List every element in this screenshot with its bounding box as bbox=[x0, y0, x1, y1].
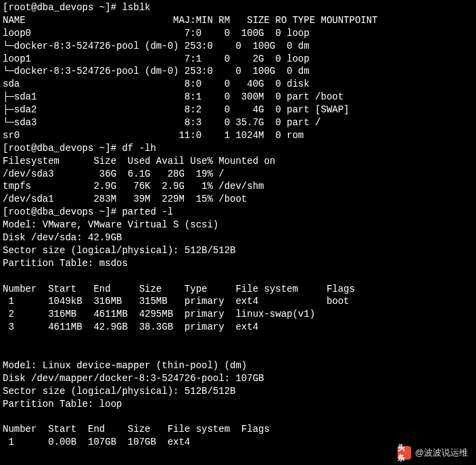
df-header: Filesystem Size Used Avail Use% Mounted … bbox=[3, 156, 275, 167]
prompt: [root@dba_devops ~]# bbox=[3, 206, 122, 217]
toutiao-logo-icon: 头条 bbox=[398, 446, 411, 460]
df-row: /dev/sda1 283M 39M 229M 15% /boot bbox=[3, 194, 247, 204]
prompt: [root@dba_devops ~]# bbox=[3, 143, 122, 154]
parted-row: 1 1049kB 316MB 315MB primary ext4 boot bbox=[3, 296, 349, 307]
parted-disk: Disk /dev/mapper/docker-8:3-524726-pool:… bbox=[3, 373, 264, 384]
prompt: [root@dba_devops ~]# bbox=[3, 2, 122, 13]
parted-ptable: Partition Table: loop bbox=[3, 399, 122, 409]
lsblk-row: └─docker-8:3-524726-pool (dm-0) 253:0 0 … bbox=[3, 66, 310, 76]
df-row: /dev/sda3 36G 6.1G 28G 19% / bbox=[3, 169, 224, 179]
watermark: 头条 @波波说运维 bbox=[398, 446, 468, 460]
lsblk-header: NAME MAJ:MIN RM SIZE RO TYPE MOUNTPOINT bbox=[3, 15, 378, 26]
watermark-label: @波波说运维 bbox=[415, 447, 468, 459]
parted-row: 1 0.00B 107GB 107GB ext4 bbox=[3, 437, 190, 447]
command-df: df -lh bbox=[122, 143, 156, 154]
parted-model: Model: Linux device-mapper (thin-pool) (… bbox=[3, 360, 247, 371]
parted-disk: Disk /dev/sda: 42.9GB bbox=[3, 232, 122, 243]
lsblk-row: └─sda3 8:3 0 35.7G 0 part / bbox=[3, 117, 320, 128]
parted-header: Number Start End Size Type File system F… bbox=[3, 284, 355, 294]
parted-ptable: Partition Table: msdos bbox=[3, 258, 128, 269]
lsblk-row: loop1 7:1 0 2G 0 loop bbox=[3, 53, 310, 64]
parted-sector: Sector size (logical/physical): 512B/512… bbox=[3, 386, 235, 397]
parted-row: 2 316MB 4611MB 4295MB primary linux-swap… bbox=[3, 309, 315, 319]
lsblk-row: └─docker-8:3-524726-pool (dm-0) 253:0 0 … bbox=[3, 41, 310, 51]
df-row: tmpfs 2.9G 76K 2.9G 1% /dev/shm bbox=[3, 181, 264, 192]
parted-row: 3 4611MB 42.9GB 38.3GB primary ext4 bbox=[3, 322, 258, 332]
parted-model: Model: VMware, VMware Virtual S (scsi) bbox=[3, 219, 218, 230]
parted-sector: Sector size (logical/physical): 512B/512… bbox=[3, 245, 235, 256]
parted-header: Number Start End Size File system Flags bbox=[3, 424, 270, 435]
lsblk-row: ├─sda2 8:2 0 4G 0 part [SWAP] bbox=[3, 104, 349, 115]
lsblk-row: sda 8:0 0 40G 0 disk bbox=[3, 79, 310, 89]
command-parted: parted -l bbox=[122, 206, 173, 217]
lsblk-row: loop0 7:0 0 100G 0 loop bbox=[3, 28, 310, 39]
lsblk-row: ├─sda1 8:1 0 300M 0 part /boot bbox=[3, 91, 343, 102]
lsblk-row: sr0 11:0 1 1024M 0 rom bbox=[3, 130, 304, 141]
terminal-output[interactable]: [root@dba_devops ~]# lsblk NAME MAJ:MIN … bbox=[3, 1, 473, 449]
command-lsblk: lsblk bbox=[122, 2, 150, 13]
